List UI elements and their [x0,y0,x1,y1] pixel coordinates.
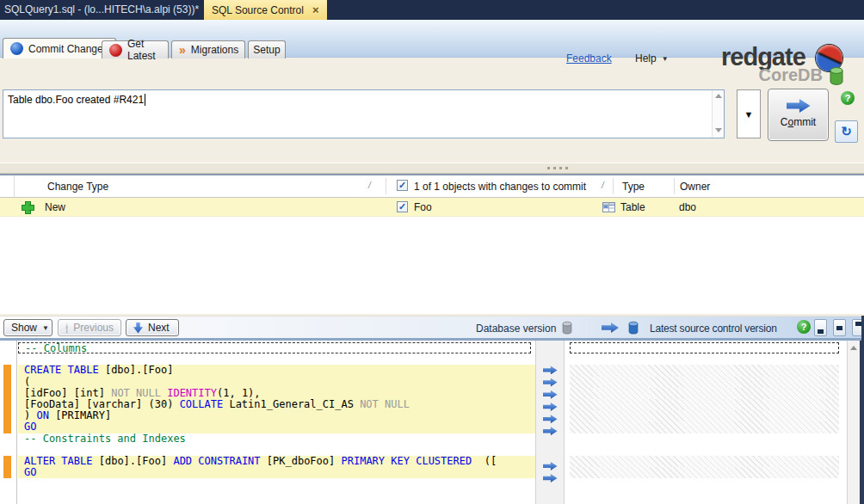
change-marker [3,467,11,478]
sort-icon: / [602,181,604,190]
new-change-icon [22,201,33,212]
diff-scrollbar[interactable] [847,341,860,504]
gutter-cell [2,433,16,445]
chevron-down-icon: ▼ [42,324,49,332]
layout-bottom-pane-button[interactable] [814,319,827,336]
code-line: ) ON [PRIMARY] [18,410,535,421]
column-type[interactable]: Type [622,181,645,193]
migrations-chevrons-icon: » [179,44,186,56]
copy-change-arrow-icon[interactable] [543,378,558,387]
source-control-line [565,365,847,376]
sort-icon: / [368,181,371,190]
header-checkbox[interactable]: ✓ [397,180,408,191]
tab-setup[interactable]: Setup [248,40,286,58]
commit-message-input[interactable]: Table dbo.Foo created #R421 [3,89,725,138]
change-marker [3,456,11,467]
previous-arrow-icon [65,323,68,334]
change-marker [3,377,11,388]
diff-panels: -- ColumnsCREATE TABLE [dbo].[Foo]([idFo… [0,341,864,504]
source-control-line [565,410,847,421]
database-name: CoreDB [759,65,823,85]
help-icon[interactable]: ? [841,91,855,105]
tab-migrations[interactable]: » Migrations [171,40,245,58]
document-tab-sqlquery[interactable]: SQLQuery1.sql - (lo...HITECH\a.alpi (53)… [0,0,207,20]
scroll-up-icon[interactable] [850,346,857,350]
missing-lines-hatch [570,388,839,399]
source-control-line [565,445,847,456]
tab-get-latest[interactable]: Get Latest [102,40,169,58]
table-icon [602,201,616,213]
gutter-cell [2,353,16,365]
code-line: ALTER TABLE [dbo].[Foo] ADD CONSTRAINT [… [18,456,535,467]
table-row[interactable]: New ✓ Foo Table dbo [0,198,864,217]
chevron-down-icon: ▼ [744,109,754,120]
copy-change-arrow-icon[interactable] [543,462,558,470]
source-control-line [565,421,847,433]
copy-change-arrow-icon[interactable] [543,403,558,411]
help-menu[interactable]: Help ▼ [635,52,669,65]
commit-changes-sphere-icon [10,42,23,55]
feedback-link[interactable]: Feedback [566,52,612,65]
scroll-up-icon[interactable] [715,94,722,98]
previous-button[interactable]: Previous [58,319,121,336]
source-control-line [565,353,847,365]
copy-change-arrow-icon[interactable] [543,474,558,482]
show-button[interactable]: Show ▼ [3,319,52,336]
change-type-cell: New [45,201,65,213]
missing-lines-hatch [570,467,839,478]
next-arrow-icon [133,323,143,334]
change-marker [3,410,11,421]
code-line: GO [18,467,535,478]
document-tab-bar: SQLQuery1.sql - (lo...HITECH\a.alpi (53)… [0,0,864,20]
layout-split-pane-button[interactable] [833,319,846,336]
change-marker [3,388,11,399]
code-line: CREATE TABLE [dbo].[Foo] [18,365,535,376]
tab-commit-changes[interactable]: Commit Changes [3,38,116,58]
previous-messages-dropdown[interactable]: ▼ [737,89,761,138]
copy-change-arrow-icon[interactable] [543,415,558,423]
next-button[interactable]: Next [126,319,179,336]
column-objects[interactable]: 1 of 1 objects with changes to commit [414,181,586,193]
column-change-type[interactable]: Change Type [47,181,108,193]
change-marker [3,421,11,433]
tab-label: Commit Changes [28,43,108,55]
window-edge [860,341,864,504]
splitter-grip[interactable] [547,167,568,169]
close-icon[interactable]: × [312,4,319,15]
sql-source-control-window: SQLQuery1.sql - (lo...HITECH\a.alpi (53)… [0,0,864,504]
copy-change-arrow-icon[interactable] [543,427,558,435]
row-checkbox[interactable]: ✓ [397,201,408,212]
source-control-line [565,467,847,478]
splitter-bar[interactable] [0,163,864,174]
commit-button[interactable]: Commit [768,89,829,141]
document-tab-label: SQLQuery1.sql - (lo...HITECH\a.alpi (53)… [4,3,199,15]
code-line: -- Columns [18,342,531,353]
tab-label: Setup [253,44,280,56]
copy-change-arrow-icon[interactable] [543,366,558,374]
column-owner[interactable]: Owner [680,181,710,193]
tab-label: Get Latest [127,38,161,62]
scroll-down-icon[interactable] [715,128,722,132]
missing-lines-hatch [570,399,839,410]
gutter-cell [2,342,16,353]
database-icon-gray [561,321,573,335]
source-control-line [565,433,847,445]
object-name-cell: Foo [414,201,432,213]
source-control-version-pane[interactable] [565,341,847,504]
help-icon[interactable]: ? [797,320,811,334]
copy-change-arrow-icon[interactable] [543,390,558,399]
source-control-line [565,388,847,399]
commit-message-text: Table dbo.Foo created #R421 [8,94,144,106]
refresh-button[interactable]: ↻ [835,120,858,143]
database-version-pane[interactable]: -- ColumnsCREATE TABLE [dbo].[Foo]([idFo… [18,341,535,504]
source-control-line [565,399,847,410]
diff-toolbar: Show ▼ Previous Next Database version La… [0,316,864,338]
message-scrollbar[interactable] [712,90,724,138]
get-latest-sphere-icon [109,44,122,57]
source-control-line [570,342,839,353]
database-icon-blue [627,321,639,335]
document-tab-sql-source-control[interactable]: SQL Source Control × [204,0,327,20]
change-marker [3,365,11,376]
type-cell: Table [620,201,645,213]
source-control-line [565,377,847,388]
